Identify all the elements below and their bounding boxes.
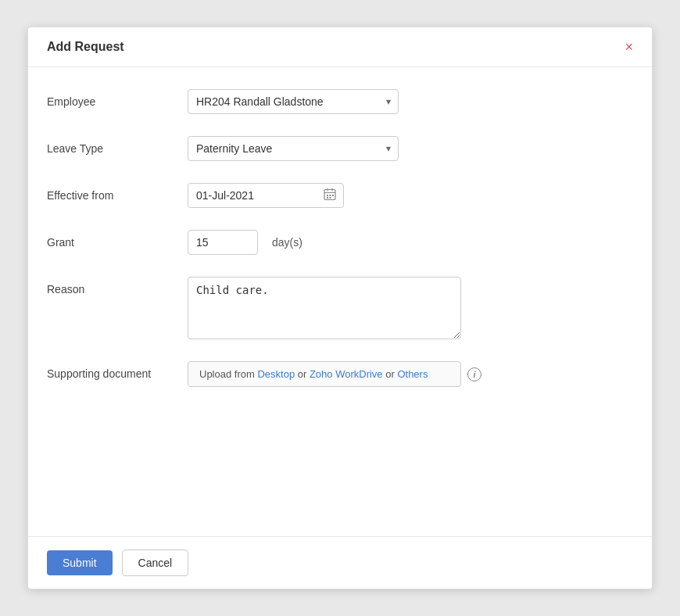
supporting-document-label: Supporting document [47,361,188,380]
modal-header: Add Request × [28,27,652,67]
effective-from-input[interactable] [188,183,344,208]
close-button[interactable]: × [625,40,633,54]
add-request-modal: Add Request × Employee HR204 Randall Gla… [27,27,653,589]
grant-row: Grant day(s) [47,230,633,255]
upload-area: Upload from Desktop or Zoho WorkDrive or… [188,361,461,387]
employee-control: HR204 Randall Gladstone ▾ [188,89,633,114]
info-icon: i [467,367,481,381]
modal-body: Employee HR204 Randall Gladstone ▾ Leave… [28,67,652,536]
effective-from-label: Effective from [47,183,188,202]
upload-others-link[interactable]: Others [397,368,428,380]
days-unit: day(s) [272,236,302,249]
reason-row: Reason [47,277,633,339]
effective-from-row: Effective from [47,183,633,208]
upload-desktop-link[interactable]: Desktop [257,368,295,380]
upload-prefix: Upload from [199,368,257,380]
employee-row: Employee HR204 Randall Gladstone ▾ [47,89,633,114]
effective-from-control [188,183,633,208]
submit-button[interactable]: Submit [47,550,113,575]
reason-control [188,277,633,339]
supporting-document-row: Supporting document Upload from Desktop … [47,361,633,387]
upload-box: Upload from Desktop or Zoho WorkDrive or… [188,361,481,387]
reason-label: Reason [47,277,188,295]
leave-type-select-wrapper: Paternity LeaveAnnual LeaveSick Leave ▾ [188,136,399,161]
leave-type-row: Leave Type Paternity LeaveAnnual LeaveSi… [47,136,633,161]
grant-control: day(s) [188,230,633,255]
modal-footer: Submit Cancel [28,536,652,589]
employee-label: Employee [47,89,188,108]
employee-select[interactable]: HR204 Randall Gladstone [188,89,399,114]
modal-overlay: Add Request × Employee HR204 Randall Gla… [0,0,680,616]
leave-type-select[interactable]: Paternity LeaveAnnual LeaveSick Leave [188,136,399,161]
supporting-document-control: Upload from Desktop or Zoho WorkDrive or… [188,361,633,387]
employee-select-wrapper: HR204 Randall Gladstone ▾ [188,89,399,114]
upload-zoho-link[interactable]: Zoho WorkDrive [310,368,383,380]
cancel-button[interactable]: Cancel [122,550,189,576]
grant-label: Grant [47,230,188,249]
reason-textarea[interactable] [188,277,461,339]
grant-input[interactable] [188,230,258,255]
leave-type-control: Paternity LeaveAnnual LeaveSick Leave ▾ [188,136,633,161]
date-input-wrapper [188,183,344,208]
separator2: or [383,368,398,380]
leave-type-label: Leave Type [47,136,188,155]
separator1: or [295,368,310,380]
modal-title: Add Request [47,40,124,54]
